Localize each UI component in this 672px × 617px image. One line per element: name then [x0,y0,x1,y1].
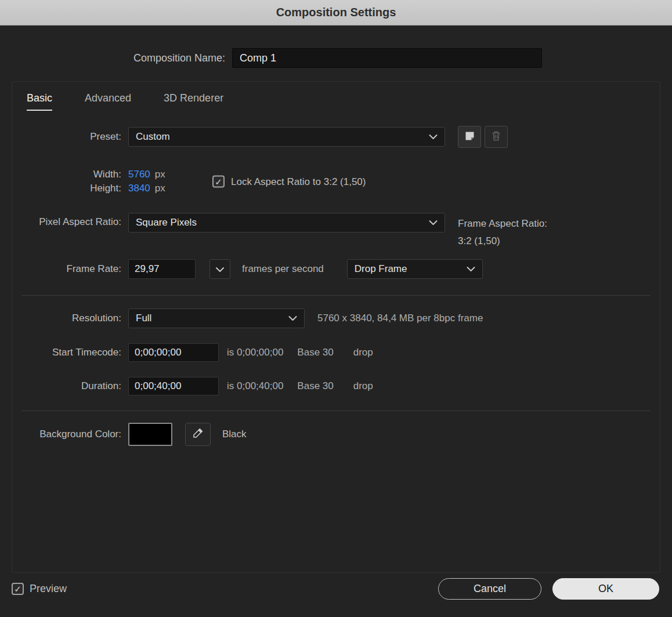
tab-advanced[interactable]: Advanced [85,92,131,111]
resolution-label: Resolution: [12,313,128,324]
duration-base: Base 30 [297,380,333,392]
chevron-down-icon [429,135,438,140]
width-unit: px [155,169,165,180]
preset-value: Custom [136,131,170,143]
dialog-footer: ✓ Preview Cancel OK [12,578,659,600]
resolution-row: Resolution: Full 5760 x 3840, 84,4 MB pe… [12,308,660,328]
resolution-dropdown[interactable]: Full [128,308,305,328]
composition-name-label: Composition Name: [0,52,232,64]
pixel-aspect-ratio-dropdown[interactable]: Square Pixels [128,213,445,233]
drop-frame-value: Drop Frame [355,263,407,275]
start-timecode-drop: drop [353,347,373,358]
preset-dropdown[interactable]: Custom [128,127,445,147]
dialog-title: Composition Settings [276,6,396,19]
duration-info: is 0;00;40;00 [227,380,283,392]
width-label: Width: [12,169,128,180]
check-icon: ✓ [14,585,21,593]
tab-3d-renderer[interactable]: 3D Renderer [164,92,223,111]
tab-basic[interactable]: Basic [27,92,52,111]
pixel-aspect-ratio-value: Square Pixels [136,217,197,228]
preview-checkbox[interactable]: ✓ Preview [12,583,67,595]
eyedropper-button[interactable] [185,423,211,446]
chevron-down-icon [429,220,438,226]
frame-aspect-ratio-value: 3:2 (1,50) [458,233,547,250]
dialog-buttons: Cancel OK [438,578,659,600]
frame-rate-preset-button[interactable] [209,259,230,279]
background-color-label: Background Color: [12,429,128,440]
height-unit: px [155,183,165,194]
dialog-titlebar[interactable]: Composition Settings [0,0,672,26]
frame-rate-suffix: frames per second [242,263,324,275]
resolution-info: 5760 x 3840, 84,4 MB per 8bpc frame [317,313,483,324]
chevron-down-icon [216,264,224,274]
duration-input[interactable] [128,377,219,395]
save-preset-icon [464,130,476,144]
ok-button[interactable]: OK [552,578,659,600]
duration-row: Duration: is 0;00;40;00 Base 30 drop [12,377,660,395]
duration-label: Duration: [12,380,128,392]
save-preset-button[interactable] [458,126,481,148]
preview-label: Preview [30,583,67,595]
dimensions-block: Width: 5760 px ✓ Lock Aspect Ratio to 3:… [12,168,660,195]
resolution-value: Full [136,313,151,324]
start-timecode-label: Start Timecode: [12,347,128,358]
tab-bar: Basic Advanced 3D Renderer [12,82,660,111]
cancel-button[interactable]: Cancel [438,578,541,600]
eyedropper-icon [192,427,204,442]
checkbox-checked-icon: ✓ [12,583,24,595]
pixel-aspect-ratio-row: Pixel Aspect Ratio: Square Pixels Frame … [12,213,660,233]
divider [21,295,651,296]
composition-name-input[interactable] [232,48,542,68]
duration-drop: drop [353,380,373,392]
settings-panel: Basic Advanced 3D Renderer Preset: Custo… [12,81,660,573]
composition-name-row: Composition Name: [0,48,672,68]
delete-preset-button[interactable] [485,126,508,148]
lock-aspect-label: Lock Aspect Ratio to 3:2 (1,50) [231,176,366,187]
chevron-down-icon [288,316,297,321]
frame-rate-label: Frame Rate: [12,263,128,275]
background-color-swatch[interactable] [128,423,172,446]
frame-rate-row: Frame Rate: frames per second Drop Frame [12,259,660,279]
preset-label: Preset: [12,131,128,143]
background-color-row: Background Color: Black [12,423,660,446]
height-label: Height: [12,183,128,194]
chevron-down-icon [467,267,475,272]
composition-settings-dialog: Composition Settings Composition Name: B… [0,0,672,617]
frame-aspect-ratio-info: Frame Aspect Ratio: 3:2 (1,50) [458,215,547,250]
width-value[interactable]: 5760 [128,169,150,180]
frame-aspect-ratio-label: Frame Aspect Ratio: [458,215,547,233]
divider [21,411,651,411]
start-timecode-info: is 0;00;00;00 [227,347,283,358]
frame-rate-input[interactable] [128,259,196,279]
preset-row: Preset: Custom [12,127,660,147]
start-timecode-input[interactable] [128,343,219,362]
trash-icon [490,130,502,144]
background-color-name: Black [222,429,247,440]
start-timecode-row: Start Timecode: is 0;00;00;00 Base 30 dr… [12,343,660,362]
height-value[interactable]: 3840 [128,183,150,194]
check-icon: ✓ [215,177,222,186]
checkbox-checked-icon: ✓ [212,176,225,188]
lock-aspect-checkbox[interactable]: ✓ Lock Aspect Ratio to 3:2 (1,50) [212,176,366,188]
pixel-aspect-ratio-label: Pixel Aspect Ratio: [12,216,128,228]
drop-frame-dropdown[interactable]: Drop Frame [347,259,483,279]
start-timecode-base: Base 30 [297,347,333,358]
